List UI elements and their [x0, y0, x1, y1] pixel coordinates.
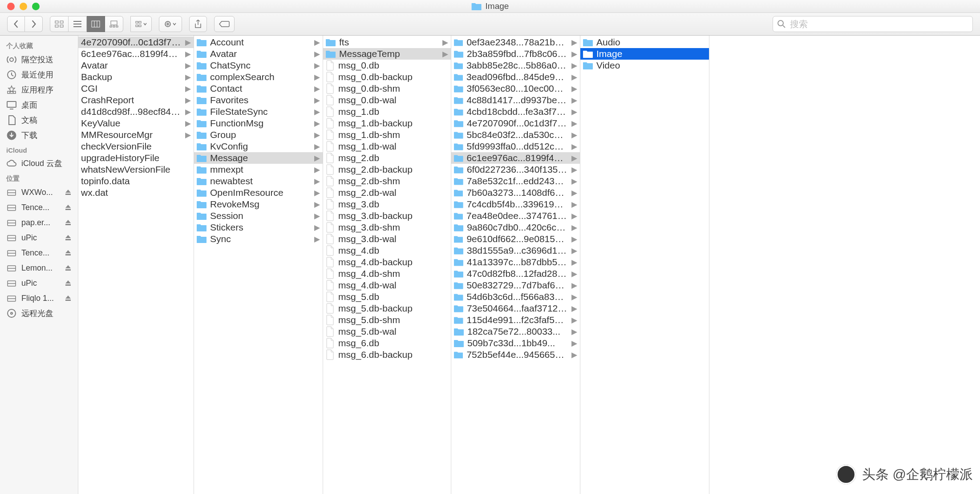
list-item[interactable]: msg_1.db-shm — [323, 129, 451, 141]
view-columns-button[interactable] — [87, 16, 105, 32]
list-item[interactable]: 7b60a3273...1408df6a035▶ — [451, 187, 580, 198]
list-item[interactable]: d41d8cd98f...98ecf8427e▶ — [78, 106, 194, 117]
list-item[interactable]: 7a8e532c1f...edd243c6cd▶ — [451, 175, 580, 187]
sidebar-item[interactable]: uPic — [0, 275, 78, 291]
eject-icon[interactable] — [65, 234, 72, 241]
list-item[interactable]: 182ca75e72...80033...▶ — [451, 326, 580, 337]
list-item[interactable]: 47c0d82fb8...12fad289da▶ — [451, 268, 580, 279]
list-item[interactable]: msg_2.db-backup — [323, 164, 451, 175]
list-item[interactable]: msg_0.db-shm — [323, 83, 451, 94]
list-item[interactable]: 9a860c7db0...420c6c952▶ — [451, 222, 580, 233]
forward-button[interactable] — [25, 16, 43, 32]
sidebar-item[interactable]: 应用程序 — [0, 82, 78, 97]
sidebar-item[interactable]: 最近使用 — [0, 67, 78, 82]
list-item[interactable]: msg_0.db-wal — [323, 94, 451, 106]
list-item[interactable]: msg_4.db-backup — [323, 256, 451, 268]
list-item[interactable]: msg_0.db-backup — [323, 71, 451, 83]
list-item[interactable]: 4e7207090f...0c1d3f74b2▶ — [451, 117, 580, 129]
list-item[interactable]: upgradeHistoryFile — [78, 152, 194, 164]
list-item[interactable]: msg_0.db — [323, 60, 451, 71]
list-item[interactable]: FileStateSync▶ — [194, 106, 323, 117]
list-item[interactable]: msg_1.db-backup — [323, 117, 451, 129]
sidebar-item[interactable]: Fliqlo 1... — [0, 291, 78, 306]
list-item[interactable]: 54d6b3c6d...f566a83796e▶ — [451, 291, 580, 303]
sidebar-item[interactable]: 远程光盘 — [0, 306, 78, 321]
list-item[interactable]: CrashReport▶ — [78, 94, 194, 106]
list-item[interactable]: 3ead096fbd...845de93ce3f▶ — [451, 71, 580, 83]
eject-icon[interactable] — [65, 219, 72, 226]
list-item[interactable]: 50e832729...7d7baf6dcac▶ — [451, 279, 580, 291]
list-item[interactable]: 2b3a859fbd...7fb8c06c11▶ — [451, 48, 580, 60]
list-item[interactable]: msg_4.db — [323, 245, 451, 256]
list-item[interactable]: msg_1.db — [323, 106, 451, 117]
list-item[interactable]: msg_5.db — [323, 291, 451, 303]
list-item[interactable]: Contact▶ — [194, 83, 323, 94]
list-item[interactable]: 5bc84e03f2...da530ca9d7▶ — [451, 129, 580, 141]
list-item[interactable]: Stickers▶ — [194, 222, 323, 233]
list-item[interactable]: Video — [580, 60, 709, 71]
list-item[interactable]: Avatar▶ — [78, 60, 194, 71]
list-item[interactable]: 4c88d1417...d9937befb11▶ — [451, 94, 580, 106]
eject-icon[interactable] — [65, 189, 72, 196]
list-item[interactable]: msg_3.db-backup — [323, 210, 451, 222]
list-item[interactable]: 0ef3ae2348...78a21bd723▶ — [451, 36, 580, 48]
list-item[interactable]: ChatSync▶ — [194, 60, 323, 71]
search-input[interactable] — [773, 16, 973, 32]
list-item[interactable]: 6c1ee976ac...8199f41458▶ — [451, 152, 580, 164]
list-item[interactable]: fts▶ — [323, 36, 451, 48]
list-item[interactable]: Backup▶ — [78, 71, 194, 83]
list-item[interactable]: msg_2.db-shm — [323, 175, 451, 187]
zoom-window-button[interactable] — [32, 3, 40, 10]
sidebar-item[interactable]: 文稿 — [0, 113, 78, 128]
sidebar-item[interactable]: uPic — [0, 230, 78, 245]
sidebar-item[interactable]: 下载 — [0, 128, 78, 143]
sidebar-item[interactable]: Tence... — [0, 245, 78, 260]
view-icons-button[interactable] — [50, 16, 69, 32]
list-item[interactable]: 6f0d227236...340f135194▶ — [451, 164, 580, 175]
eject-icon[interactable] — [65, 295, 72, 302]
list-item[interactable]: mmexpt▶ — [194, 164, 323, 175]
eject-icon[interactable] — [65, 249, 72, 256]
list-item[interactable]: RevokeMsg▶ — [194, 198, 323, 210]
list-item[interactable]: 3abb85e28c...5b86a0cb66▶ — [451, 60, 580, 71]
list-item[interactable]: 4cbd18cbdd...fe3a3f7b95f▶ — [451, 106, 580, 117]
list-item[interactable]: 3f0563ec80...10ec003ba0▶ — [451, 83, 580, 94]
list-item[interactable]: Session▶ — [194, 210, 323, 222]
list-item[interactable]: 9e610df662...9e0815eb62▶ — [451, 233, 580, 245]
list-item[interactable]: 7ea48e0dee...3747615ec6▶ — [451, 210, 580, 222]
arrange-button[interactable] — [130, 16, 152, 32]
view-gallery-button[interactable] — [105, 16, 123, 32]
sidebar-item[interactable]: pap.er... — [0, 215, 78, 230]
eject-icon[interactable] — [65, 204, 72, 211]
list-item[interactable]: wx.dat — [78, 187, 194, 198]
list-item[interactable]: 115d4e991...f2c3faf57588▶ — [451, 314, 580, 326]
list-item[interactable]: 509b7c33d...1bb49...▶ — [451, 337, 580, 349]
sidebar-item[interactable]: 桌面 — [0, 97, 78, 113]
list-item[interactable]: Account▶ — [194, 36, 323, 48]
list-item[interactable]: msg_4.db-wal — [323, 279, 451, 291]
list-item[interactable]: msg_5.db-wal — [323, 326, 451, 337]
list-item[interactable]: 7c4cdb5f4b...339619c785▶ — [451, 198, 580, 210]
list-item[interactable]: KeyValue▶ — [78, 117, 194, 129]
list-item[interactable]: MMResourceMgr▶ — [78, 129, 194, 141]
sidebar-item[interactable]: 隔空投送 — [0, 52, 78, 67]
view-list-button[interactable] — [69, 16, 87, 32]
list-item[interactable]: msg_6.db-backup — [323, 349, 451, 360]
list-item[interactable]: Message▶ — [194, 152, 323, 164]
sidebar-item[interactable]: Tence... — [0, 200, 78, 215]
action-menu-button[interactable] — [159, 16, 182, 32]
list-item[interactable]: complexSearch▶ — [194, 71, 323, 83]
list-item[interactable]: 4e7207090f...0c1d3f74b2▶ — [78, 36, 194, 48]
list-item[interactable]: 73e504664...faaf3712202▶ — [451, 303, 580, 314]
list-item[interactable]: msg_3.db-shm — [323, 222, 451, 233]
eject-icon[interactable] — [65, 264, 72, 271]
list-item[interactable]: topinfo.data — [78, 175, 194, 187]
list-item[interactable]: Favorites▶ — [194, 94, 323, 106]
sidebar-item[interactable]: iCloud 云盘 — [0, 156, 78, 171]
list-item[interactable]: KvConfig▶ — [194, 141, 323, 152]
minimize-window-button[interactable] — [20, 3, 27, 10]
list-item[interactable]: msg_3.db-wal — [323, 233, 451, 245]
list-item[interactable]: msg_3.db — [323, 198, 451, 210]
share-button[interactable] — [189, 16, 207, 32]
list-item[interactable]: 38d1555a9...c3696d185d▶ — [451, 245, 580, 256]
